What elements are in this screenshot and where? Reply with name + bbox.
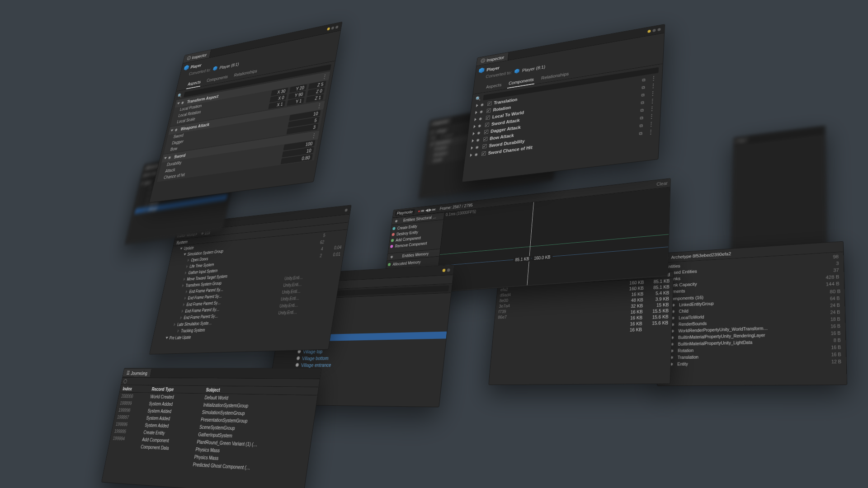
puzzle-icon [672, 303, 677, 307]
enable-checkbox[interactable] [483, 137, 488, 141]
step-fwd-icon[interactable]: ▶ [429, 207, 432, 212]
inspector-subtab-components[interactable]: Components [507, 75, 535, 89]
open-icon[interactable] [642, 77, 646, 83]
menu-icon[interactable] [648, 121, 654, 127]
step-back-icon[interactable]: ◀ [425, 208, 428, 213]
foldout-icon[interactable] [164, 157, 167, 159]
foldout-icon[interactable] [472, 139, 474, 143]
foldout-icon[interactable] [185, 290, 188, 293]
bg-right-strip: Tag [729, 126, 829, 345]
enable-checkbox[interactable] [486, 108, 491, 113]
visible-count: 103 [204, 230, 211, 235]
foldout-icon[interactable] [475, 111, 477, 114]
foldout-icon[interactable] [180, 248, 183, 250]
search-icon[interactable]: 🔍 [177, 93, 183, 99]
foldout-icon[interactable] [184, 253, 186, 256]
memory-row[interactable]: 3e7a448 KB3.9 KB [496, 296, 673, 309]
prev-frame-icon[interactable]: ⏮ [420, 208, 425, 213]
journal-col-type[interactable]: Record Type [148, 385, 204, 394]
archetype-component-row[interactable]: Entity12 B [660, 358, 846, 368]
open-icon[interactable] [642, 84, 645, 90]
foldout-icon[interactable] [474, 118, 476, 122]
open-icon[interactable] [640, 107, 644, 113]
menu-icon[interactable] [649, 113, 655, 120]
open-icon[interactable] [640, 115, 643, 121]
foldout-icon[interactable] [186, 265, 188, 268]
open-icon[interactable] [641, 92, 645, 98]
menu-icon[interactable] [316, 103, 322, 109]
foldout-icon[interactable] [473, 125, 476, 128]
menu-icon[interactable] [648, 128, 654, 135]
search-icon[interactable]: 🔍 [475, 96, 481, 102]
archetype-component-row[interactable]: LocalToWorld24 B [662, 308, 845, 321]
enable-checkbox[interactable] [482, 144, 487, 149]
open-icon[interactable] [639, 122, 643, 128]
menu-icon[interactable] [649, 105, 655, 112]
inspector-subtab-aspects[interactable]: Aspects [485, 81, 503, 92]
foldout-icon[interactable] [187, 258, 189, 262]
foldout-icon[interactable] [183, 277, 185, 281]
memory-row[interactable]: f73932 KB15 KB [495, 301, 672, 314]
foldout-icon[interactable] [177, 102, 180, 104]
foldout-icon[interactable] [476, 104, 478, 108]
menu-icon[interactable] [650, 98, 656, 104]
menu-icon[interactable] [311, 132, 317, 139]
legend-dot-icon [392, 233, 395, 236]
clear-button[interactable]: Clear [656, 180, 668, 187]
foldout-icon[interactable] [470, 154, 472, 157]
enable-checkbox[interactable] [481, 151, 486, 156]
memory-row[interactable]: 86e716 KB15.5 KB [495, 307, 672, 320]
systems-tab[interactable]: ⚙Systems [176, 222, 202, 232]
menu-icon[interactable] [322, 73, 328, 80]
components-heading[interactable]: Components (16) [668, 295, 703, 301]
enable-checkbox[interactable] [487, 101, 492, 106]
foldout-icon[interactable] [180, 316, 182, 319]
playmode-label[interactable]: Playmode [395, 209, 415, 216]
enable-checkbox[interactable] [486, 115, 490, 120]
archetype-component-row[interactable]: Child24 B [662, 301, 845, 315]
foldout-icon[interactable] [184, 271, 187, 274]
enable-checkbox[interactable] [484, 130, 489, 134]
inspector-tab[interactable]: ⓘInspector [476, 52, 509, 66]
menu-icon[interactable] [650, 90, 656, 97]
puzzle-icon [671, 328, 676, 333]
journal-col-index[interactable]: Index [119, 385, 150, 393]
archetype-component-row[interactable]: WorldRenderPropertyUnity_WorldTransform…… [661, 322, 845, 334]
foldout-icon[interactable] [165, 337, 169, 339]
enable-checkbox[interactable] [485, 122, 489, 127]
foldout-icon[interactable] [183, 303, 185, 306]
puzzle-icon [671, 309, 676, 314]
memory-row[interactable]: 16 KB15.6 KB [494, 319, 672, 331]
foldout-icon[interactable] [177, 329, 179, 333]
record-icon[interactable] [123, 379, 127, 384]
foldout-icon[interactable] [170, 129, 174, 131]
journaling-panel: ☰Journaling Index Record Type Subject 20… [101, 368, 321, 488]
eye-icon[interactable] [200, 231, 204, 236]
menu-icon[interactable] [651, 75, 656, 82]
archetype-component-row[interactable]: LinkedEntityGroup64 B [663, 295, 845, 309]
rec-icon[interactable]: ● [418, 209, 420, 213]
memory-row[interactable]: 16 KB [493, 325, 672, 337]
hierarchy-item[interactable]: Village entrance [273, 360, 444, 368]
foldout-icon[interactable] [181, 310, 184, 313]
next-frame-icon[interactable]: ⏭ [432, 207, 437, 212]
foldout-icon[interactable] [471, 146, 473, 150]
memory-row[interactable]: d9ad4160 KB85.1 KB [497, 284, 673, 298]
open-icon[interactable] [641, 99, 644, 105]
foldout-icon[interactable] [184, 296, 186, 300]
inspector-subtab-components[interactable]: Components [205, 73, 229, 85]
memory-title: Entities Memory [402, 251, 429, 258]
inspector-subtab-aspects[interactable]: Aspects [186, 78, 202, 89]
menu-icon[interactable] [650, 82, 656, 89]
open-icon[interactable] [639, 130, 642, 136]
foldout-icon[interactable] [472, 132, 475, 136]
world-dropdown[interactable]: Editor World [177, 232, 195, 238]
memory-row[interactable]: 8e0016 KB5.4 KB [496, 290, 673, 304]
inspector-tab[interactable]: ⓘ Inspector [183, 50, 212, 63]
memory-row[interactable]: 16 KB15.6 KB [494, 314, 672, 326]
foldout-icon[interactable] [174, 323, 176, 326]
foldout-icon[interactable] [182, 284, 184, 287]
journaling-tab[interactable]: ☰Journaling [123, 369, 151, 377]
archetype-component-row[interactable]: RenderBounds18 B [662, 315, 845, 328]
marker-b: 160.0 KB [532, 254, 552, 262]
